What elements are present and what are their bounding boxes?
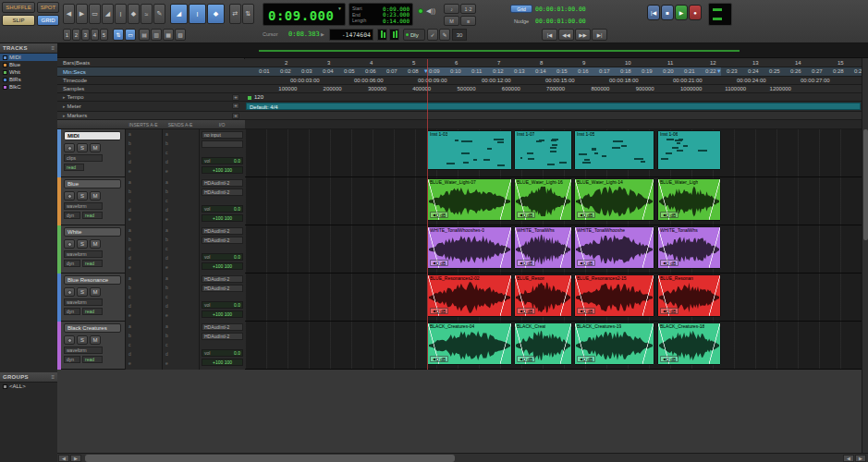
smart-tool-trim-button[interactable]: ◢ xyxy=(170,4,188,24)
track-automation-mode[interactable]: read xyxy=(82,356,103,363)
insert-slot[interactable]: c xyxy=(128,293,131,301)
audio-clip[interactable]: BLUE_Resonances2-02◀0 dB xyxy=(427,274,512,317)
play-button[interactable]: ▶ xyxy=(675,5,688,20)
add-tempo-button[interactable]: + xyxy=(232,94,239,101)
groups-panel-menu-icon[interactable]: ≡ xyxy=(51,374,55,380)
pencil-tool-button[interactable]: ✎ xyxy=(153,4,165,24)
memory-location-button-3[interactable]: 3 xyxy=(81,29,90,41)
send-slot[interactable]: d xyxy=(165,254,168,262)
metronome-button[interactable]: ♪ xyxy=(444,4,459,14)
track-automation-mode[interactable]: read xyxy=(82,212,103,219)
audio-clip[interactable]: BLUE_Water_Light-14◀0 dB xyxy=(574,178,654,221)
track-mute-button[interactable]: M xyxy=(90,191,101,201)
track-solo-button[interactable]: S xyxy=(77,191,88,201)
clip-gain-badge[interactable]: ◀0 dB xyxy=(577,260,595,266)
track-view-selector[interactable]: waveform xyxy=(64,250,103,258)
pan-display[interactable]: +100 100 xyxy=(202,310,243,318)
clip-gain-badge[interactable]: ◀0 dB xyxy=(577,356,595,362)
clip-gain-badge[interactable]: ◀0 dB xyxy=(430,212,448,218)
track-view-button-1[interactable]: ▤ xyxy=(139,29,150,41)
scroll-left-button-right[interactable]: ◀ xyxy=(843,455,854,462)
insert-slot[interactable]: d xyxy=(128,158,131,166)
insert-slot[interactable]: d xyxy=(128,254,131,262)
go-to-end-button[interactable]: ▶| xyxy=(592,29,607,41)
track-color-strip[interactable] xyxy=(57,177,61,225)
counter-menu-icon[interactable]: ▼ xyxy=(337,6,342,11)
track-view-selector[interactable]: waveform xyxy=(64,346,103,354)
volume-display[interactable]: vol0.0 xyxy=(202,205,243,213)
send-slot[interactable]: b xyxy=(165,188,168,196)
link-track-selection-button[interactable]: ⇅ xyxy=(242,4,254,24)
ruler-samples[interactable]: 1000002000003000004000005000006000007000… xyxy=(245,85,862,93)
zoomer-tool-button[interactable]: ▭ xyxy=(89,4,101,24)
clip-gain-badge[interactable]: ◀0 dB xyxy=(517,212,535,218)
send-slot[interactable]: d xyxy=(165,302,168,310)
grid-value[interactable]: 00:00:01:00.00 xyxy=(535,6,586,13)
insert-slot[interactable]: d xyxy=(128,350,131,359)
track-record-button[interactable] xyxy=(64,143,75,152)
track-mute-button[interactable]: M xyxy=(90,287,101,297)
trimmer-tool-button[interactable]: ◢ xyxy=(102,4,114,24)
track-lane[interactable]: WHITE_TonalWhooshes-0◀0 dBWHITE_TonalWhs… xyxy=(245,225,862,274)
universe-overview[interactable] xyxy=(57,43,868,58)
insert-slot[interactable]: c xyxy=(128,197,131,205)
send-slot[interactable]: c xyxy=(165,149,168,157)
output-path-selector[interactable]: HDAudIntl-2 xyxy=(202,285,243,292)
clip-gain-badge[interactable]: ◀0 dB xyxy=(517,308,535,314)
audio-clip[interactable]: BLACK_Creatures-19◀0 dB xyxy=(574,322,654,365)
ruler-label-row-bars[interactable]: Bars|Beats xyxy=(57,59,245,67)
insert-slot[interactable]: c xyxy=(128,341,131,349)
scroll-right-button[interactable]: ▶ xyxy=(70,455,81,462)
return-to-zero-button[interactable]: |◀ xyxy=(647,5,660,20)
send-slot[interactable]: e xyxy=(165,359,168,368)
grid-value-chip[interactable]: Grid xyxy=(510,5,532,13)
audio-clip[interactable]: BLACK_Creatures-04◀0 dB xyxy=(427,322,512,365)
groups-panel-header[interactable]: GROUPS ≡ xyxy=(0,372,57,383)
midi-clip[interactable]: Inst 1-03 xyxy=(427,130,512,170)
insert-slot[interactable]: d xyxy=(128,206,131,214)
pan-display[interactable]: +100 100 xyxy=(202,214,243,222)
insert-slot[interactable]: b xyxy=(128,188,131,196)
send-slot[interactable]: a xyxy=(165,178,168,187)
link-timeline-edit-button[interactable]: ⇄ xyxy=(229,4,241,24)
clip-gain-badge[interactable]: ◀0 dB xyxy=(517,260,535,266)
send-slot[interactable]: b xyxy=(165,140,168,148)
pan-display[interactable]: +100 100 xyxy=(202,262,243,270)
sidebar-track-item[interactable]: BlRs xyxy=(0,76,57,83)
insert-slot[interactable]: c xyxy=(128,149,131,157)
memory-location-button-5[interactable]: 5 xyxy=(100,29,108,41)
track-solo-button[interactable]: S xyxy=(77,335,88,345)
rewind-button[interactable]: ◀◀ xyxy=(558,29,574,41)
track-view-selector[interactable]: waveform xyxy=(64,298,103,306)
ruler-minsec[interactable]: ▾▾0:010:020:030:040:050:060:070:080:090:… xyxy=(245,67,862,77)
volume-display[interactable]: vol0.0 xyxy=(202,301,243,309)
add-markers-button[interactable]: + xyxy=(232,113,239,119)
sidebar-track-item[interactable]: MIDI xyxy=(0,54,57,61)
nudge-value[interactable]: 00:00:01:00.00 xyxy=(535,18,586,25)
vertical-scrollbar[interactable] xyxy=(862,58,868,453)
clip-gain-badge[interactable]: ◀0 dB xyxy=(517,356,535,362)
sidebar-track-item[interactable]: Whit xyxy=(0,68,57,76)
send-slot[interactable]: c xyxy=(165,341,168,349)
zoom-preset-button-1[interactable]: ⇅ xyxy=(113,29,124,41)
track-record-button[interactable] xyxy=(64,335,75,345)
grabber-tool-button[interactable]: ◆ xyxy=(128,4,140,24)
track-view-button-3[interactable]: ▦ xyxy=(163,29,174,41)
ruler-label-row-samples[interactable]: Samples xyxy=(57,85,245,93)
zoom-right-button[interactable]: ▶ xyxy=(76,4,88,24)
send-slot[interactable]: b xyxy=(165,236,168,244)
output-path-selector[interactable] xyxy=(202,140,243,148)
audio-clip[interactable]: BLACK_Creat◀0 dB xyxy=(514,322,572,365)
insert-slot[interactable]: b xyxy=(128,236,131,244)
track-voice-selector[interactable]: dyn xyxy=(64,356,80,363)
input-path-selector[interactable]: HDAudIntl-2 xyxy=(202,179,243,187)
audio-clip[interactable]: WHITE_TonalWhs◀0 dB xyxy=(657,226,721,269)
insert-slot[interactable]: e xyxy=(128,215,131,224)
track-name[interactable]: Blue xyxy=(64,179,121,188)
ruler-label-row-tempo[interactable]: ▸Tempo+ xyxy=(57,93,245,102)
selector-tool-button[interactable]: I xyxy=(115,4,127,24)
send-slot[interactable]: e xyxy=(165,311,168,320)
clip-gain-badge[interactable]: ◀0 dB xyxy=(660,308,679,314)
insert-slot[interactable]: a xyxy=(128,322,131,331)
track-color-strip[interactable] xyxy=(57,274,61,322)
